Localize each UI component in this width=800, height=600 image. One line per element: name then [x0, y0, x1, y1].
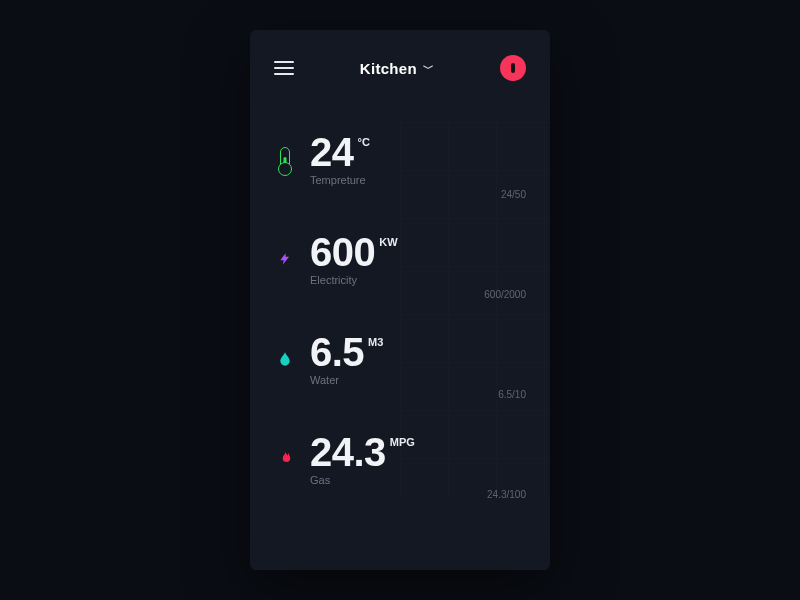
metric-reading: 24.3 MPG Gas — [310, 432, 415, 486]
metric-ratio: 24.3/100 — [487, 489, 526, 500]
metric-unit: MPG — [390, 436, 415, 448]
metric-ratio: 24/50 — [501, 189, 526, 200]
chevron-down-icon: ﹀ — [423, 61, 434, 76]
app-screen: Kitchen ﹀ 24 °C Tempreture 24/50 — [250, 30, 550, 570]
metric-electricity[interactable]: 600 KW Electricity 600/2000 — [274, 232, 526, 286]
metric-reading: 6.5 M3 Water — [310, 332, 383, 386]
metric-reading: 24 °C Tempreture — [310, 132, 370, 186]
metrics-list: 24 °C Tempreture 24/50 600 KW Electricit… — [274, 132, 526, 486]
metric-value: 6.5 — [310, 332, 364, 372]
bolt-icon — [274, 249, 296, 269]
alert-icon — [511, 63, 515, 73]
room-name: Kitchen — [360, 60, 417, 77]
thermometer-icon — [274, 147, 296, 171]
metric-reading: 600 KW Electricity — [310, 232, 398, 286]
metric-water[interactable]: 6.5 M3 Water 6.5/10 — [274, 332, 526, 386]
metric-value: 24 — [310, 132, 354, 172]
menu-button[interactable] — [274, 61, 294, 75]
metric-unit: KW — [379, 236, 397, 248]
metric-label: Electricity — [310, 274, 398, 286]
drop-icon — [274, 349, 296, 369]
metric-gas[interactable]: 24.3 MPG Gas 24.3/100 — [274, 432, 526, 486]
metric-unit: °C — [358, 136, 370, 148]
alert-button[interactable] — [500, 55, 526, 81]
metric-label: Tempreture — [310, 174, 370, 186]
metric-label: Water — [310, 374, 383, 386]
top-bar: Kitchen ﹀ — [274, 50, 526, 86]
metric-unit: M3 — [368, 336, 383, 348]
metric-temperature[interactable]: 24 °C Tempreture 24/50 — [274, 132, 526, 186]
metric-ratio: 600/2000 — [484, 289, 526, 300]
room-selector[interactable]: Kitchen ﹀ — [360, 60, 434, 77]
flame-icon — [274, 449, 296, 469]
metric-value: 600 — [310, 232, 375, 272]
metric-ratio: 6.5/10 — [498, 389, 526, 400]
metric-value: 24.3 — [310, 432, 386, 472]
metric-label: Gas — [310, 474, 415, 486]
